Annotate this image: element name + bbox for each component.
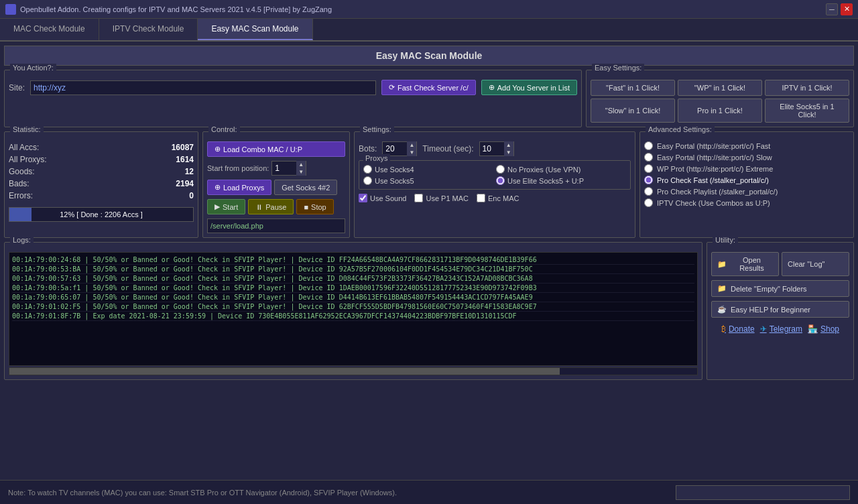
no-proxies-option[interactable]: No Proxies (Use VPN) <box>496 165 626 174</box>
tab-easy-mac-scan[interactable]: Easy MAC Scan Module <box>198 19 312 40</box>
adv-option-4[interactable]: Pro Check Playlist (/stalker_portal/c/) <box>644 187 849 196</box>
log-line-6: 00:1A:79:01:8F:7B | Exp date 2021-08-21 … <box>12 312 694 321</box>
adv-radio-3[interactable] <box>644 176 653 184</box>
proxys-title: Proxys <box>363 154 390 162</box>
site-input[interactable] <box>30 80 376 95</box>
statistic-title: Statistic: <box>10 125 44 133</box>
load-proxys-button[interactable]: ⊕ Load Proxys <box>207 180 271 195</box>
shop-link[interactable]: 🏪 Shop <box>808 324 839 334</box>
use-socks5-option[interactable]: Use Socks5 <box>363 176 493 185</box>
bottom-row: Logs: 00:1A:79:00:24:68 | 50/50% or Bann… <box>4 242 854 380</box>
stat-row-bads: Bads: 2194 <box>9 178 194 190</box>
use-socks5-radio[interactable] <box>363 176 372 185</box>
stat-val-goods: 12 <box>185 167 194 176</box>
adv-radio-4[interactable] <box>644 187 653 196</box>
pause-icon: ⏸ <box>255 203 263 211</box>
use-socks4-radio[interactable] <box>363 165 372 174</box>
adv-option-5[interactable]: IPTV Check (Use Combos as U:P) <box>644 198 849 207</box>
fast-1click-button[interactable]: "Fast" in 1 Click! <box>591 80 675 96</box>
adv-option-0[interactable]: Easy Portal (http://site:port/c/) Fast <box>644 141 849 150</box>
use-p1-mac-option[interactable]: Use P1 MAC <box>414 194 469 202</box>
use-socks4-option[interactable]: Use Socks4 <box>363 165 493 174</box>
progress-text: 12% [ Done : 2206 Accs ] <box>9 210 193 218</box>
load-combo-button[interactable]: ⊕ Load Combo MAC / U:P <box>207 141 345 157</box>
use-sound-option[interactable]: Use Sound <box>359 194 406 202</box>
stop-button[interactable]: ■ Stop <box>296 199 333 214</box>
log-area[interactable]: 00:1A:79:00:24:68 | 50/50% or Banned or … <box>9 252 698 366</box>
timeout-label: Timeout (sec): <box>422 144 473 153</box>
pro-1click-button[interactable]: Pro in 1 Click! <box>678 99 762 123</box>
section-header: Easy MAC Scan Module <box>4 46 854 66</box>
no-proxies-radio[interactable] <box>496 165 505 174</box>
advanced-title: Advanced Settings: <box>646 125 715 133</box>
adv-option-2[interactable]: WP Prot (http://site:port/c/) Extreme <box>644 164 849 173</box>
adv-radio-5[interactable] <box>644 198 653 207</box>
tab-mac-check[interactable]: MAC Check Module <box>0 19 99 40</box>
timeout-input[interactable] <box>480 143 504 155</box>
close-button[interactable]: ✕ <box>841 3 853 15</box>
slow-1click-button[interactable]: "Slow" in 1 Click! <box>591 99 675 123</box>
stat-row-all-accs: All Accs: 16087 <box>9 141 194 153</box>
advanced-inner: Easy Portal (http://site:port/c/) Fast E… <box>644 141 849 207</box>
clear-log-button[interactable]: Clear "Log" <box>782 252 849 276</box>
pause-button[interactable]: ⏸ Pause <box>248 199 294 214</box>
use-elite-socks5-option[interactable]: Use Elite Socks5 + U:P <box>496 176 626 185</box>
start-pos-input[interactable] <box>272 162 296 174</box>
spin-up[interactable]: ▲ <box>296 161 306 168</box>
adv-radio-2[interactable] <box>644 164 653 173</box>
site-label: Site: <box>9 83 25 92</box>
get-socks-button[interactable]: Get Socks 4#2 <box>274 180 337 195</box>
log-line-2: 00:1A:79:00:57:63 | 50/50% or Banned or … <box>12 274 694 284</box>
stat-label-all-proxys: All Proxys: <box>9 155 47 164</box>
fast-check-button[interactable]: ⟳ Fast Check Server /c/ <box>381 80 476 95</box>
timeout-spin-down[interactable]: ▼ <box>504 149 513 156</box>
adv-radio-1[interactable] <box>644 153 653 162</box>
load-proxys-icon: ⊕ <box>214 183 221 192</box>
start-pos-row: Start from position: ▲ ▼ <box>207 161 345 176</box>
start-pos-spinner[interactable]: ▲ ▼ <box>271 161 306 176</box>
elite-socks5-1click-button[interactable]: Elite Socks5 in 1 Click! <box>765 99 849 123</box>
adv-option-3[interactable]: Pro Check Fast (/stalker_portal/c/) <box>644 176 849 184</box>
telegram-link[interactable]: ✈ Telegram <box>760 324 802 334</box>
minimize-button[interactable]: ─ <box>826 3 838 15</box>
bots-input[interactable] <box>383 143 407 155</box>
add-server-button[interactable]: ⊕ Add You Server in List <box>481 80 577 95</box>
log-line-0: 00:1A:79:00:24:68 | 50/50% or Banned or … <box>12 255 694 265</box>
sound-enc-row: Use Sound Use P1 MAC Enc MAC <box>359 194 631 202</box>
refresh-icon: ⟳ <box>389 83 395 92</box>
donate-link[interactable]: ₿ Donate <box>721 324 755 334</box>
bots-spin-up[interactable]: ▲ <box>407 141 416 149</box>
use-p1-mac-checkbox[interactable] <box>414 194 423 202</box>
timeout-spinner[interactable]: ▲ ▼ <box>479 141 514 156</box>
start-button[interactable]: ▶ Start <box>207 199 245 214</box>
log-scrollbar-thumb <box>9 368 560 375</box>
delete-folders-button[interactable]: 📁 Delete "Empty" Folders <box>711 280 849 297</box>
adv-option-1[interactable]: Easy Portal (http://site:port/c/) Slow <box>644 153 849 162</box>
adv-radio-0[interactable] <box>644 141 653 150</box>
statistic-panel: Statistic: All Accs: 16087 All Proxys: 1… <box>4 131 198 238</box>
timeout-spin-up[interactable]: ▲ <box>504 141 513 149</box>
footer-input[interactable] <box>676 485 850 500</box>
use-elite-socks5-radio[interactable] <box>496 176 505 185</box>
logs-title: Logs: <box>10 236 34 244</box>
tab-iptv-check[interactable]: IPTV Check Module <box>99 19 198 40</box>
iptv-1click-button[interactable]: IPTV in 1 Click! <box>765 80 849 96</box>
enc-mac-option[interactable]: Enc MAC <box>477 194 519 202</box>
you-action-panel: You Action?: Site: ⟳ Fast Check Server /… <box>4 70 582 127</box>
stat-label-all-accs: All Accs: <box>9 143 39 152</box>
use-sound-checkbox[interactable] <box>359 194 367 202</box>
footer-note: Note: To watch TV channels (MAC) you can… <box>8 489 397 497</box>
settings-inner: Bots: ▲ ▼ Timeout (sec): ▲ ▼ <box>359 141 631 202</box>
server-path-input[interactable] <box>207 218 345 233</box>
proxy-row: ⊕ Load Proxys Get Socks 4#2 <box>207 180 345 195</box>
bots-spin-down[interactable]: ▼ <box>407 149 416 156</box>
open-results-button[interactable]: 📁 Open Results <box>711 252 779 276</box>
control-panel: Control: ⊕ Load Combo MAC / U:P Start fr… <box>202 131 350 238</box>
progress-bar: 12% [ Done : 2206 Accs ] <box>9 207 194 222</box>
telegram-icon: ✈ <box>760 324 767 334</box>
enc-mac-checkbox[interactable] <box>477 194 485 202</box>
wp-1click-button[interactable]: "WP" in 1 Click! <box>678 80 762 96</box>
log-scrollbar[interactable] <box>9 367 698 375</box>
easy-help-button[interactable]: ☕ Easy HELP for Beginner <box>711 301 849 318</box>
spin-down[interactable]: ▼ <box>296 168 306 176</box>
